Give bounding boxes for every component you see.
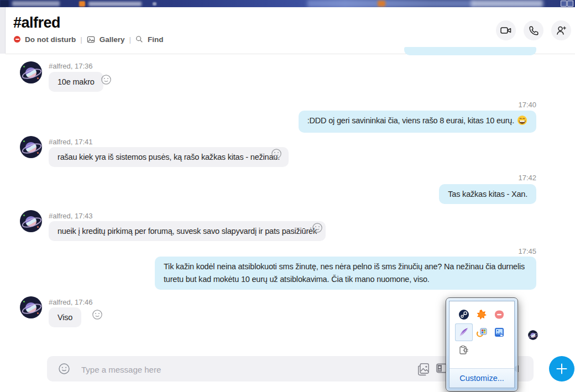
add-reaction-button[interactable] [101, 74, 112, 85]
maximize-button[interactable] [567, 1, 573, 7]
add-person-button[interactable] [551, 20, 571, 40]
presence-status: Do not disturb [25, 35, 76, 44]
display-app-icon[interactable] [490, 323, 508, 341]
tray-popup-panel: Customize... [449, 301, 515, 388]
add-reaction-button[interactable] [92, 309, 103, 320]
message-timestamp: 17:42 [518, 174, 536, 182]
message-bubble: :DDD oj geri savininkai čia, viens rašo … [299, 111, 536, 133]
skype-dnd-icon[interactable] [490, 306, 508, 323]
avast-icon[interactable] [473, 306, 490, 323]
add-reaction-button[interactable] [312, 222, 323, 233]
read-receipt-avatar [528, 330, 538, 340]
menu-gallery[interactable]: Gallery [100, 35, 125, 44]
background-window-titlebar [0, 0, 575, 7]
skype-chat-window: #alfred Do not disturb | Gallery | Find [0, 0, 575, 392]
video-call-button[interactable] [496, 20, 516, 40]
add-photos-button[interactable] [416, 362, 431, 378]
plug-icon[interactable] [455, 341, 473, 359]
favicon-blob [378, 1, 385, 7]
search-icon [135, 35, 143, 43]
chat-title: #alfred [13, 14, 60, 32]
titlebar-blob [0, 0, 9, 7]
tab-close-blob [153, 2, 156, 6]
favicon-blob [79, 1, 85, 7]
message-timestamp: 17:40 [518, 101, 536, 109]
window-left-edge [0, 7, 6, 54]
windows-genuine-icon[interactable] [473, 323, 490, 341]
message-meta: #alfred, 17:43 [49, 212, 93, 220]
titlebar-blob [307, 0, 473, 7]
avatar[interactable] [20, 296, 42, 318]
add-content-button[interactable] [549, 356, 574, 381]
tray-icon-grid [449, 301, 514, 368]
message-bubble: Tik kažin kodėl neina atsiblokuoti sms ž… [155, 257, 536, 290]
header-actions [496, 20, 571, 40]
message-meta: #alfred, 17:41 [49, 138, 93, 146]
avatar[interactable] [20, 136, 42, 158]
separator: | [129, 35, 132, 44]
message-input[interactable] [80, 360, 392, 378]
gallery-icon [87, 35, 95, 44]
steam-icon[interactable] [455, 306, 473, 323]
system-tray-overflow-popup: Customize... [446, 297, 518, 391]
message-text: :DDD oj geri savininkai čia, viens rašo … [307, 116, 514, 125]
message-bubble: 10e makro [49, 72, 103, 92]
chat-subheader: Do not disturb | Gallery | Find [14, 34, 164, 44]
feather-icon[interactable] [455, 323, 473, 341]
message-bubble: nueik į kreditų pirkimą per forumą, suve… [49, 221, 326, 241]
tray-customize-link[interactable]: Customize... [449, 368, 514, 388]
avatar[interactable] [20, 61, 42, 83]
message-bubble: rašau kiek yra iš sistemos pusės, ką raš… [49, 147, 289, 167]
browser-tab-blob [88, 2, 142, 6]
message-meta: #alfred, 17:46 [49, 298, 93, 306]
grinning-emoji [517, 115, 527, 128]
titlebar-blob [471, 0, 543, 7]
add-reaction-button[interactable] [271, 148, 282, 159]
message-bubble: Tas kažkas kitas - Xan. [439, 184, 536, 204]
avatar[interactable] [20, 210, 42, 232]
message-timestamp: 17:45 [518, 247, 536, 255]
message-bubble-partial [404, 47, 536, 55]
separator: | [80, 35, 82, 44]
minimize-button[interactable] [561, 1, 567, 7]
voice-call-button[interactable] [524, 20, 543, 40]
message-bubble: Viso [49, 307, 81, 327]
menu-find[interactable]: Find [148, 35, 164, 44]
browser-tab-blob [12, 1, 60, 6]
message-meta: #alfred, 17:36 [49, 62, 93, 70]
emoticon-picker-button[interactable] [58, 363, 70, 377]
do-not-disturb-icon [14, 36, 20, 43]
